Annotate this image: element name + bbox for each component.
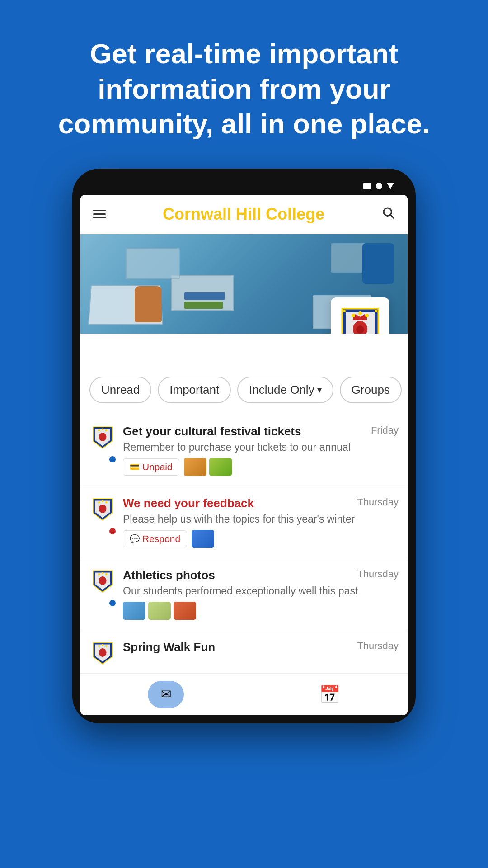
- news-date-3: Thursday: [357, 568, 399, 580]
- svg-line-1: [391, 215, 394, 218]
- svg-point-15: [99, 432, 107, 441]
- thumb-images-3: [123, 602, 196, 620]
- mail-nav-button[interactable]: ✉: [148, 681, 184, 708]
- svg-point-3: [358, 311, 362, 315]
- svg-point-25: [102, 572, 103, 574]
- status-bar: [80, 177, 408, 195]
- svg-point-21: [102, 500, 103, 502]
- status-square-icon: [363, 183, 371, 189]
- news-title-1: Get your cultural festival tickets: [123, 425, 399, 439]
- news-item-1[interactable]: Get your cultural festival tickets Remem…: [80, 415, 408, 486]
- thumb-img-2a: [192, 530, 214, 548]
- thumb-img-1b: [209, 458, 232, 476]
- filter-groups-label: Groups: [352, 383, 390, 397]
- search-button[interactable]: [381, 206, 395, 223]
- news-date-1: Friday: [371, 425, 399, 436]
- avatar-col-2: [89, 496, 116, 548]
- news-date-2: Thursday: [357, 496, 399, 508]
- backpack-visual: [135, 286, 162, 322]
- respond-badge: 💬 Respond: [123, 530, 187, 547]
- book-2: [184, 302, 223, 309]
- svg-point-12: [375, 310, 377, 312]
- svg-point-28: [98, 645, 100, 647]
- news-preview-2: Please help us with the topics for this …: [123, 513, 399, 525]
- unread-dot-2: [109, 528, 116, 534]
- svg-point-20: [98, 501, 100, 503]
- unread-dot-3: [109, 600, 116, 606]
- news-feed: Get your cultural festival tickets Remem…: [80, 415, 408, 673]
- filter-important-button[interactable]: Important: [158, 377, 231, 403]
- news-item-2[interactable]: We need your feedback Please help us wit…: [80, 486, 408, 558]
- phone-screen: Cornwall Hill College: [80, 195, 408, 715]
- thumb-img-3a: [123, 602, 145, 620]
- unread-dot-1: [109, 456, 116, 462]
- school-logo-card: SINGULI OMNES: [331, 297, 389, 334]
- card-icon: 💳: [130, 462, 140, 472]
- status-signal-icon: [387, 183, 394, 189]
- news-preview-1: Remember to purchase your tickets to our…: [123, 441, 399, 453]
- phone-frame: Cornwall Hill College: [72, 169, 416, 723]
- svg-point-19: [99, 504, 107, 513]
- svg-point-2: [352, 314, 355, 317]
- svg-point-17: [102, 428, 103, 430]
- hero-image: SINGULI OMNES: [80, 234, 408, 334]
- school-crest-icon: SINGULI OMNES: [338, 304, 383, 334]
- svg-point-24: [98, 573, 100, 575]
- filter-bar: Unread Important Include Only ▾ Groups: [80, 365, 408, 415]
- thumb-img-1a: [184, 458, 206, 476]
- avatar-col-1: [89, 425, 116, 476]
- bottom-nav: ✉ 📅: [80, 673, 408, 715]
- avatar-col-3: [89, 568, 116, 620]
- news-date-4: Thursday: [357, 640, 399, 652]
- news-item-3[interactable]: Athletics photos Our students performed …: [80, 558, 408, 630]
- calendar-nav-button[interactable]: 📅: [319, 684, 340, 704]
- svg-point-11: [343, 310, 346, 312]
- thumb-images-1: [184, 458, 232, 476]
- mail-icon-bg: ✉: [148, 681, 184, 708]
- svg-point-4: [365, 314, 369, 317]
- avatar-col-4: [89, 640, 116, 668]
- news-item-4[interactable]: Spring Walk Fun Thursday: [80, 630, 408, 673]
- news-preview-3: Our students performed exceptionally wel…: [123, 585, 399, 597]
- filter-important-label: Important: [169, 383, 219, 397]
- calendar-icon: 📅: [319, 684, 340, 704]
- status-circle-icon: [376, 183, 382, 189]
- blue-bag-visual: [362, 243, 394, 284]
- hero-tagline: Get real-time important information from…: [0, 0, 488, 169]
- svg-point-29: [102, 644, 103, 646]
- unpaid-label: Unpaid: [142, 462, 173, 472]
- filter-include-only-button[interactable]: Include Only ▾: [237, 377, 333, 403]
- svg-point-27: [99, 648, 107, 656]
- desk-4: [126, 248, 180, 279]
- filter-unread-label: Unread: [101, 383, 140, 397]
- school-avatar-3: [89, 568, 116, 596]
- respond-icon: 💬: [130, 534, 140, 544]
- app-title: Cornwall Hill College: [163, 205, 324, 224]
- filter-unread-button[interactable]: Unread: [89, 377, 151, 403]
- svg-point-16: [98, 429, 100, 431]
- school-avatar-2: [89, 496, 116, 524]
- book-1: [184, 292, 225, 300]
- svg-point-23: [99, 576, 107, 585]
- filter-include-only-label: Include Only: [249, 383, 314, 397]
- thumb-img-3b: [148, 602, 171, 620]
- thumb-images-2: [192, 530, 214, 548]
- hamburger-menu-button[interactable]: [93, 210, 106, 218]
- news-tags-2: 💬 Respond: [123, 530, 399, 548]
- svg-point-26: [105, 573, 107, 575]
- thumb-img-3c: [174, 602, 196, 620]
- news-tags-1: 💳 Unpaid: [123, 458, 399, 476]
- news-tags-3: [123, 602, 399, 620]
- app-header: Cornwall Hill College: [80, 195, 408, 234]
- school-avatar-1: [89, 425, 116, 453]
- news-content-1: Get your cultural festival tickets Remem…: [123, 425, 399, 476]
- svg-point-30: [105, 645, 107, 647]
- unpaid-badge: 💳 Unpaid: [123, 458, 179, 476]
- mail-icon: ✉: [161, 687, 171, 702]
- books-visual: [184, 292, 225, 309]
- filter-groups-button[interactable]: Groups: [340, 377, 402, 403]
- svg-point-18: [105, 429, 107, 431]
- respond-label: Respond: [142, 533, 180, 544]
- chevron-down-icon: ▾: [317, 384, 322, 395]
- svg-point-22: [105, 501, 107, 503]
